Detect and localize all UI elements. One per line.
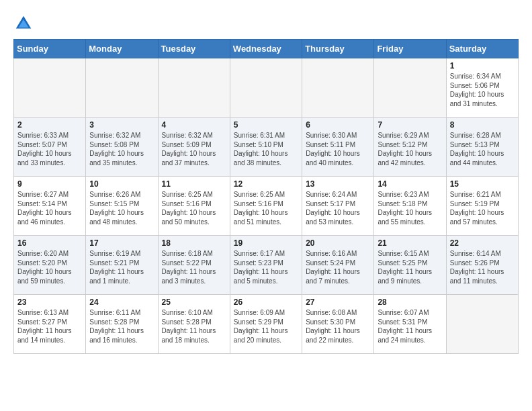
day-number: 5 (234, 120, 298, 130)
calendar-cell: 28Sunrise: 6:07 AM Sunset: 5:31 PM Dayli… (374, 295, 446, 354)
calendar: SundayMondayTuesdayWednesdayThursdayFrid… (13, 39, 519, 354)
day-number: 11 (162, 179, 226, 189)
calendar-cell: 3Sunrise: 6:32 AM Sunset: 5:08 PM Daylig… (86, 118, 158, 177)
calendar-cell (230, 58, 302, 118)
calendar-cell: 26Sunrise: 6:09 AM Sunset: 5:29 PM Dayli… (230, 295, 302, 354)
day-info: Sunrise: 6:17 AM Sunset: 5:23 PM Dayligh… (234, 249, 298, 285)
day-number: 28 (378, 298, 442, 307)
day-info: Sunrise: 6:07 AM Sunset: 5:31 PM Dayligh… (378, 308, 442, 345)
day-number: 18 (162, 238, 226, 248)
day-info: Sunrise: 6:20 AM Sunset: 5:20 PM Dayligh… (17, 249, 82, 285)
calendar-cell: 27Sunrise: 6:08 AM Sunset: 5:30 PM Dayli… (302, 295, 374, 354)
calendar-week-row: 9Sunrise: 6:27 AM Sunset: 5:14 PM Daylig… (14, 177, 519, 236)
day-number: 10 (89, 179, 154, 189)
calendar-cell: 11Sunrise: 6:25 AM Sunset: 5:16 PM Dayli… (158, 177, 230, 236)
calendar-week-row: 1Sunrise: 6:34 AM Sunset: 5:06 PM Daylig… (14, 58, 519, 118)
col-header-sunday: Sunday (14, 40, 86, 58)
day-info: Sunrise: 6:25 AM Sunset: 5:16 PM Dayligh… (162, 190, 226, 226)
day-info: Sunrise: 6:34 AM Sunset: 5:06 PM Dayligh… (450, 72, 515, 108)
calendar-header-row: SundayMondayTuesdayWednesdayThursdayFrid… (14, 40, 519, 58)
day-info: Sunrise: 6:26 AM Sunset: 5:15 PM Dayligh… (89, 190, 154, 226)
calendar-cell: 19Sunrise: 6:17 AM Sunset: 5:23 PM Dayli… (230, 236, 302, 295)
day-info: Sunrise: 6:19 AM Sunset: 5:21 PM Dayligh… (89, 249, 154, 285)
day-info: Sunrise: 6:23 AM Sunset: 5:18 PM Dayligh… (378, 190, 442, 226)
calendar-cell: 6Sunrise: 6:30 AM Sunset: 5:11 PM Daylig… (302, 118, 374, 177)
logo-icon (13, 13, 34, 34)
day-number: 8 (450, 120, 515, 130)
day-number: 15 (450, 179, 515, 189)
day-info: Sunrise: 6:28 AM Sunset: 5:13 PM Dayligh… (450, 131, 515, 167)
calendar-cell: 1Sunrise: 6:34 AM Sunset: 5:06 PM Daylig… (446, 58, 518, 118)
calendar-cell: 22Sunrise: 6:14 AM Sunset: 5:26 PM Dayli… (446, 236, 518, 295)
col-header-tuesday: Tuesday (158, 40, 230, 58)
day-info: Sunrise: 6:32 AM Sunset: 5:08 PM Dayligh… (89, 131, 154, 167)
day-number: 21 (378, 238, 442, 248)
day-info: Sunrise: 6:33 AM Sunset: 5:07 PM Dayligh… (17, 131, 82, 167)
calendar-cell: 25Sunrise: 6:10 AM Sunset: 5:28 PM Dayli… (158, 295, 230, 354)
day-number: 6 (306, 120, 370, 130)
day-info: Sunrise: 6:31 AM Sunset: 5:10 PM Dayligh… (234, 131, 298, 167)
calendar-week-row: 16Sunrise: 6:20 AM Sunset: 5:20 PM Dayli… (14, 236, 519, 295)
day-info: Sunrise: 6:18 AM Sunset: 5:22 PM Dayligh… (162, 249, 226, 285)
calendar-cell (14, 58, 86, 118)
col-header-thursday: Thursday (302, 40, 374, 58)
day-number: 17 (89, 238, 154, 248)
day-number: 16 (17, 238, 82, 248)
calendar-cell: 14Sunrise: 6:23 AM Sunset: 5:18 PM Dayli… (374, 177, 446, 236)
calendar-cell: 8Sunrise: 6:28 AM Sunset: 5:13 PM Daylig… (446, 118, 518, 177)
day-number: 2 (17, 120, 82, 130)
day-number: 20 (306, 238, 370, 248)
day-number: 23 (17, 298, 82, 307)
day-info: Sunrise: 6:10 AM Sunset: 5:28 PM Dayligh… (162, 308, 226, 345)
day-info: Sunrise: 6:09 AM Sunset: 5:29 PM Dayligh… (234, 308, 298, 345)
day-number: 4 (162, 120, 226, 130)
calendar-cell: 21Sunrise: 6:15 AM Sunset: 5:25 PM Dayli… (374, 236, 446, 295)
day-info: Sunrise: 6:13 AM Sunset: 5:27 PM Dayligh… (17, 308, 82, 345)
day-number: 12 (234, 179, 298, 189)
col-header-wednesday: Wednesday (230, 40, 302, 58)
calendar-cell: 18Sunrise: 6:18 AM Sunset: 5:22 PM Dayli… (158, 236, 230, 295)
calendar-cell: 7Sunrise: 6:29 AM Sunset: 5:12 PM Daylig… (374, 118, 446, 177)
calendar-cell: 16Sunrise: 6:20 AM Sunset: 5:20 PM Dayli… (14, 236, 86, 295)
page-header (13, 13, 519, 34)
day-info: Sunrise: 6:21 AM Sunset: 5:19 PM Dayligh… (450, 190, 515, 226)
calendar-cell: 20Sunrise: 6:16 AM Sunset: 5:24 PM Dayli… (302, 236, 374, 295)
calendar-cell (374, 58, 446, 118)
day-info: Sunrise: 6:16 AM Sunset: 5:24 PM Dayligh… (306, 249, 370, 285)
day-number: 9 (17, 179, 82, 189)
calendar-week-row: 23Sunrise: 6:13 AM Sunset: 5:27 PM Dayli… (14, 295, 519, 354)
day-info: Sunrise: 6:27 AM Sunset: 5:14 PM Dayligh… (17, 190, 82, 226)
day-number: 14 (378, 179, 442, 189)
day-number: 24 (89, 298, 154, 307)
day-info: Sunrise: 6:14 AM Sunset: 5:26 PM Dayligh… (450, 249, 515, 285)
day-number: 27 (306, 298, 370, 307)
day-info: Sunrise: 6:25 AM Sunset: 5:16 PM Dayligh… (234, 190, 298, 226)
calendar-cell: 9Sunrise: 6:27 AM Sunset: 5:14 PM Daylig… (14, 177, 86, 236)
calendar-cell: 24Sunrise: 6:11 AM Sunset: 5:28 PM Dayli… (86, 295, 158, 354)
calendar-cell (302, 58, 374, 118)
day-info: Sunrise: 6:24 AM Sunset: 5:17 PM Dayligh… (306, 190, 370, 226)
col-header-monday: Monday (86, 40, 158, 58)
day-number: 1 (450, 61, 515, 71)
day-number: 19 (234, 238, 298, 248)
calendar-cell: 2Sunrise: 6:33 AM Sunset: 5:07 PM Daylig… (14, 118, 86, 177)
logo (13, 13, 36, 34)
calendar-cell: 10Sunrise: 6:26 AM Sunset: 5:15 PM Dayli… (86, 177, 158, 236)
calendar-cell (158, 58, 230, 118)
calendar-cell: 17Sunrise: 6:19 AM Sunset: 5:21 PM Dayli… (86, 236, 158, 295)
calendar-cell: 23Sunrise: 6:13 AM Sunset: 5:27 PM Dayli… (14, 295, 86, 354)
day-number: 7 (378, 120, 442, 130)
day-number: 3 (89, 120, 154, 130)
calendar-cell: 13Sunrise: 6:24 AM Sunset: 5:17 PM Dayli… (302, 177, 374, 236)
day-number: 26 (234, 298, 298, 307)
day-info: Sunrise: 6:29 AM Sunset: 5:12 PM Dayligh… (378, 131, 442, 167)
day-number: 22 (450, 238, 515, 248)
col-header-saturday: Saturday (446, 40, 518, 58)
calendar-cell: 12Sunrise: 6:25 AM Sunset: 5:16 PM Dayli… (230, 177, 302, 236)
day-info: Sunrise: 6:30 AM Sunset: 5:11 PM Dayligh… (306, 131, 370, 167)
day-number: 13 (306, 179, 370, 189)
calendar-week-row: 2Sunrise: 6:33 AM Sunset: 5:07 PM Daylig… (14, 118, 519, 177)
calendar-cell: 5Sunrise: 6:31 AM Sunset: 5:10 PM Daylig… (230, 118, 302, 177)
col-header-friday: Friday (374, 40, 446, 58)
day-info: Sunrise: 6:08 AM Sunset: 5:30 PM Dayligh… (306, 308, 370, 345)
